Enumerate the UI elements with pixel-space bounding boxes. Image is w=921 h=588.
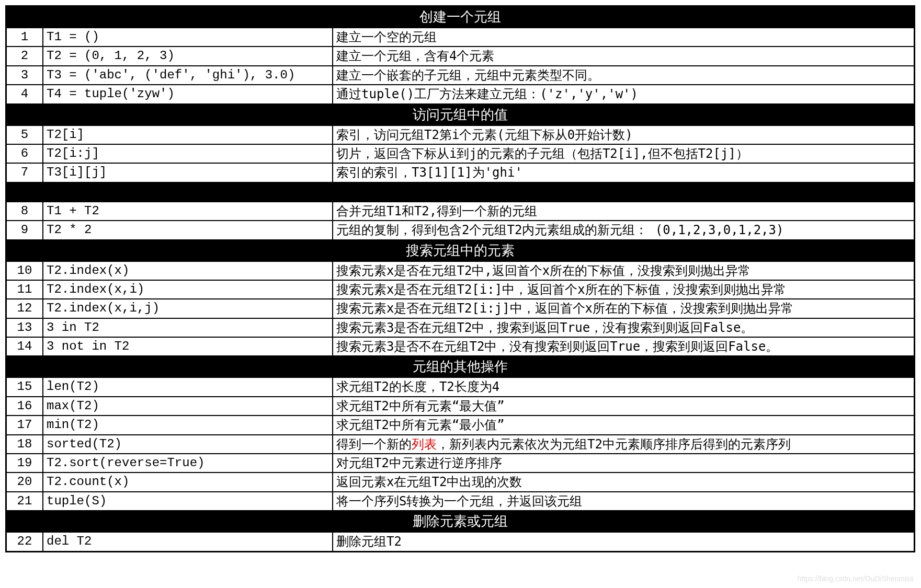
section-header: 访问元组中的值	[6, 104, 915, 125]
table-row: 6T2[i:j]切片，返回含下标从i到j的元素的子元组（包括T2[i],但不包括…	[6, 144, 915, 163]
code-cell: T2.count(x)	[43, 472, 333, 491]
section-title: 删除元素或元组	[6, 511, 915, 532]
row-number: 3	[6, 66, 43, 85]
table-row: 10T2.index(x)搜索元素x是否在元组T2中,返回首个x所在的下标值，没…	[6, 261, 915, 280]
section-title: 元组的其他操作	[6, 356, 915, 377]
description-cell: 对元组T2中元素进行逆序排序	[333, 454, 915, 472]
code-cell: max(T2)	[43, 397, 333, 416]
row-number: 15	[6, 377, 43, 396]
row-number: 19	[6, 454, 43, 472]
section-title: 访问元组中的值	[6, 104, 915, 125]
table-row: 1T1 = ()建立一个空的元组	[6, 28, 915, 47]
row-number: 22	[6, 532, 43, 551]
row-number: 4	[6, 85, 43, 103]
table-row: 16max(T2)求元组T2中所有元素“最大值”	[6, 397, 915, 416]
code-cell: 3 in T2	[43, 318, 333, 337]
description-cell: 求元组T2的长度，T2长度为4	[333, 377, 915, 396]
table-row: 4T4 = tuple('zyw')通过tuple()工厂方法来建立元组：('z…	[6, 85, 915, 103]
description-cell: 搜索元素x是否在元组T2[i:]中，返回首个x所在的下标值，没搜索到则抛出异常	[333, 280, 915, 299]
row-number: 8	[6, 202, 43, 221]
row-number: 2	[6, 47, 43, 65]
table-row: 22del T2删除元组T2	[6, 532, 915, 551]
table-row: 21tuple(S)将一个序列S转换为一个元组，并返回该元组	[6, 492, 915, 511]
section-title	[6, 182, 915, 202]
description-cell: 通过tuple()工厂方法来建立元组：('z','y','w')	[333, 85, 915, 103]
code-cell: 3 not in T2	[43, 337, 333, 356]
row-number: 20	[6, 472, 43, 491]
row-number: 11	[6, 280, 43, 299]
table-row: 15len(T2)求元组T2的长度，T2长度为4	[6, 377, 915, 396]
description-cell: 索引的索引，T3[1][1]为'ghi'	[333, 163, 915, 182]
table-row: 17min(T2)求元组T2中所有元素“最小值”	[6, 416, 915, 434]
description-cell: 删除元组T2	[333, 532, 915, 551]
code-cell: sorted(T2)	[43, 435, 333, 454]
table-row: 9T2 * 2元组的复制，得到包含2个元组T2内元素组成的新元组： (0,1,2…	[6, 221, 915, 239]
row-number: 16	[6, 397, 43, 416]
row-number: 6	[6, 144, 43, 163]
description-cell: 建立一个空的元组	[333, 28, 915, 47]
code-cell: T2 * 2	[43, 221, 333, 239]
row-number: 7	[6, 163, 43, 182]
row-number: 13	[6, 318, 43, 337]
description-cell: 建立一个嵌套的子元组，元组中元素类型不同。	[333, 66, 915, 85]
section-title: 搜索元组中的元素	[6, 240, 915, 261]
description-cell: 合并元组T1和T2,得到一个新的元组	[333, 202, 915, 221]
table-row: 3T3 = ('abc', ('def', 'ghi'), 3.0)建立一个嵌套…	[6, 66, 915, 85]
row-number: 1	[6, 28, 43, 47]
table-row: 133 in T2搜索元素3是否在元组T2中，搜索到返回True，没有搜索到则返…	[6, 318, 915, 337]
code-cell: T2 = (0, 1, 2, 3)	[43, 47, 333, 65]
table-row: 143 not in T2搜索元素3是否不在元组T2中，没有搜索到则返回True…	[6, 337, 915, 356]
code-cell: T2[i]	[43, 125, 333, 144]
table-row: 7T3[i][j]索引的索引，T3[1][1]为'ghi'	[6, 163, 915, 182]
code-cell: T2[i:j]	[43, 144, 333, 163]
section-header: 创建一个元组	[6, 6, 915, 28]
code-cell: T4 = tuple('zyw')	[43, 85, 333, 103]
description-cell: 将一个序列S转换为一个元组，并返回该元组	[333, 492, 915, 511]
description-cell: 返回元素x在元组T2中出现的次数	[333, 472, 915, 491]
section-title: 创建一个元组	[6, 6, 915, 28]
code-cell: T2.sort(reverse=True)	[43, 454, 333, 472]
code-cell: del T2	[43, 532, 333, 551]
description-text: 得到一个新的	[336, 437, 412, 452]
code-cell: T2.index(x)	[43, 261, 333, 280]
code-cell: T3 = ('abc', ('def', 'ghi'), 3.0)	[43, 66, 333, 85]
row-number: 12	[6, 299, 43, 318]
table-row: 19T2.sort(reverse=True)对元组T2中元素进行逆序排序	[6, 454, 915, 472]
code-cell: T2.index(x,i)	[43, 280, 333, 299]
table-row: 20T2.count(x)返回元素x在元组T2中出现的次数	[6, 472, 915, 491]
table-row: 8T1 + T2合并元组T1和T2,得到一个新的元组	[6, 202, 915, 221]
section-header: 删除元素或元组	[6, 511, 915, 532]
code-cell: len(T2)	[43, 377, 333, 396]
description-cell: 搜索元素3是否在元组T2中，搜索到返回True，没有搜索到则返回False。	[333, 318, 915, 337]
table-row: 18sorted(T2)得到一个新的列表，新列表内元素依次为元组T2中元素顺序排…	[6, 435, 915, 454]
code-cell: T3[i][j]	[43, 163, 333, 182]
section-header	[6, 182, 915, 202]
code-cell: tuple(S)	[43, 492, 333, 511]
section-header: 搜索元组中的元素	[6, 240, 915, 261]
row-number: 17	[6, 416, 43, 434]
code-cell: min(T2)	[43, 416, 333, 434]
row-number: 18	[6, 435, 43, 454]
row-number: 21	[6, 492, 43, 511]
description-text: ，新列表内元素依次为元组T2中元素顺序排序后得到的元素序列	[437, 437, 791, 452]
section-header: 元组的其他操作	[6, 356, 915, 377]
description-cell: 元组的复制，得到包含2个元组T2内元素组成的新元组： (0,1,2,3,0,1,…	[333, 221, 915, 239]
description-cell: 切片，返回含下标从i到j的元素的子元组（包括T2[i],但不包括T2[j]）	[333, 144, 915, 163]
description-cell: 搜索元素x是否在元组T2[i:j]中，返回首个x所在的下标值，没搜索到则抛出异常	[333, 299, 915, 318]
description-cell: 搜索元素3是否不在元组T2中，没有搜索到则返回True，搜索到则返回False。	[333, 337, 915, 356]
code-cell: T1 + T2	[43, 202, 333, 221]
description-highlight: 列表	[412, 437, 437, 452]
row-number: 10	[6, 261, 43, 280]
description-cell: 搜索元素x是否在元组T2中,返回首个x所在的下标值，没搜索到则抛出异常	[333, 261, 915, 280]
table-row: 12T2.index(x,i,j)搜索元素x是否在元组T2[i:j]中，返回首个…	[6, 299, 915, 318]
description-cell: 求元组T2中所有元素“最大值”	[333, 397, 915, 416]
table-row: 5T2[i]索引，访问元组T2第i个元素(元组下标从0开始计数)	[6, 125, 915, 144]
row-number: 14	[6, 337, 43, 356]
row-number: 5	[6, 125, 43, 144]
description-cell: 得到一个新的列表，新列表内元素依次为元组T2中元素顺序排序后得到的元素序列	[333, 435, 915, 454]
row-number: 9	[6, 221, 43, 239]
table-row: 11T2.index(x,i)搜索元素x是否在元组T2[i:]中，返回首个x所在…	[6, 280, 915, 299]
description-cell: 建立一个元组，含有4个元素	[333, 47, 915, 65]
description-cell: 索引，访问元组T2第i个元素(元组下标从0开始计数)	[333, 125, 915, 144]
table-row: 2T2 = (0, 1, 2, 3)建立一个元组，含有4个元素	[6, 47, 915, 65]
